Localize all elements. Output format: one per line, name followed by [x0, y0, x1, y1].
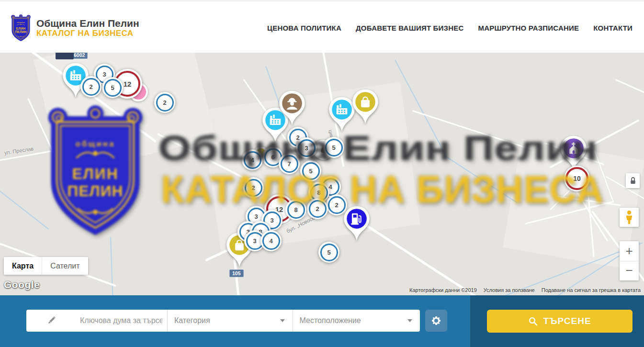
marker-cluster[interactable]: 5: [102, 77, 123, 98]
search-button-label: ТЪРСЕНЕ: [543, 316, 591, 326]
zoom-in-button[interactable]: +: [620, 241, 639, 261]
cluster-count: 3: [298, 139, 316, 157]
marker-cluster[interactable]: 3: [296, 137, 317, 158]
search-button[interactable]: ТЪРСЕНЕ: [487, 310, 633, 333]
marker-cluster[interactable]: 2: [326, 194, 347, 215]
page: Община Елин Пелин КАТАЛОГ НА БИЗНЕСА ЦЕН…: [0, 0, 644, 347]
lock-icon: [629, 177, 637, 185]
cluster-count: 2: [82, 78, 100, 96]
location-select[interactable]: Местоположение: [293, 310, 420, 332]
marker-cluster[interactable]: 2: [80, 76, 102, 97]
cluster-count: 4: [262, 232, 280, 250]
cluster-count: 7: [281, 155, 298, 173]
brand-text: Община Елин Пелин КАТАЛОГ НА БИЗНЕСА: [36, 18, 139, 38]
category-pin-bag[interactable]: [350, 89, 380, 127]
header: Община Елин Пелин КАТАЛОГ НА БИЗНЕСА ЦЕН…: [0, 0, 644, 54]
marker-cluster[interactable]: 8: [285, 199, 306, 220]
brand[interactable]: Община Елин Пелин КАТАЛОГ НА БИЗНЕСА: [10, 13, 139, 43]
nav-add-business[interactable]: ДОБАВЕТЕ ВАШИЯТ БИЗНЕС: [356, 24, 463, 32]
search-fields: Категория Местоположение: [26, 310, 420, 332]
search-panel: ТЪРСЕНЕ: [470, 295, 644, 347]
marker-cluster[interactable]: 5: [323, 137, 344, 158]
map-type-control: Карта Сателит: [4, 257, 88, 275]
cluster-count: 2: [328, 196, 346, 214]
marker-cluster[interactable]: 2: [154, 92, 175, 113]
zoom-out-button[interactable]: −: [620, 261, 639, 281]
cluster-count: 5: [302, 162, 320, 180]
cluster-count: 2: [245, 179, 262, 197]
location-select-label: Местоположение: [300, 316, 361, 325]
nav-contacts[interactable]: КОНТАКТИ: [593, 24, 633, 32]
category-select[interactable]: Категория: [167, 310, 293, 332]
cluster-count: 8: [287, 201, 305, 219]
road-badge: 105: [229, 269, 244, 277]
cluster-count: 2: [156, 94, 174, 112]
chevron-down-icon: [280, 319, 285, 322]
marker-cluster[interactable]: 4: [242, 149, 263, 170]
zoom-control: + −: [620, 241, 639, 280]
brand-title: Община Елин Пелин: [36, 18, 139, 29]
scroll-lock-button[interactable]: [626, 173, 640, 188]
google-logo[interactable]: Google: [4, 279, 40, 291]
marker-cluster[interactable]: 5: [318, 242, 339, 263]
map-features: ул. Преславбул. „Новоселции6002105123522…: [0, 53, 644, 295]
map-canvas[interactable]: ул. Преславбул. „Новоселции6002105123522…: [0, 53, 644, 295]
keyword-field[interactable]: [26, 310, 167, 332]
category-select-label: Категория: [174, 316, 210, 325]
marker-cluster[interactable]: 4: [260, 230, 282, 251]
municipality-logo-icon: [10, 13, 32, 43]
stream-line: [110, 237, 113, 295]
search-icon: [528, 316, 538, 326]
cluster-count: 2: [309, 200, 327, 218]
road-badge: [56, 53, 74, 59]
cluster-count: 5: [320, 244, 338, 261]
marker-cluster[interactable]: 2: [243, 177, 264, 198]
main-nav: ЦЕНОВА ПОЛИТИКА ДОБАВЕТЕ ВАШИЯТ БИЗНЕС М…: [267, 24, 633, 32]
advanced-search-button[interactable]: [425, 310, 447, 332]
marker-cluster[interactable]: 5: [300, 160, 321, 181]
road-line: [615, 79, 644, 108]
cluster-count: 5: [104, 79, 122, 97]
cluster-count: 4: [244, 151, 261, 169]
map-attribution: Картографски данни ©2019 Условия за полз…: [409, 287, 641, 293]
cluster-count: 5: [325, 139, 343, 157]
map-type-map-button[interactable]: Карта: [4, 257, 42, 275]
street-view-pegman-button[interactable]: [620, 208, 639, 227]
cluster-count: 10: [565, 167, 588, 190]
brand-subtitle: КАТАЛОГ НА БИЗНЕСА: [36, 29, 139, 38]
nav-pricing[interactable]: ЦЕНОВА ПОЛИТИКА: [267, 24, 341, 32]
category-pin-fuel[interactable]: [342, 205, 372, 244]
chevron-down-icon: [407, 319, 412, 322]
search-bar: Категория Местоположение ТЪРСЕНЕ: [0, 295, 644, 347]
category-pin-worker[interactable]: [277, 90, 307, 128]
attribution-report-error-link[interactable]: Подаване на сигнал за грешка в картата: [542, 287, 641, 293]
map-type-satellite-button[interactable]: Сателит: [42, 257, 88, 275]
marker-cluster[interactable]: 2: [307, 198, 328, 219]
road-line: [412, 110, 531, 150]
pencil-icon: [46, 315, 56, 325]
nav-route-schedule[interactable]: МАРШРУТНО РАЗПИСАНИЕ: [478, 24, 579, 32]
attribution-copyright: Картографски данни ©2019: [409, 287, 477, 293]
stream-line: [445, 156, 518, 203]
pegman-icon: [624, 210, 634, 224]
stream-line: [0, 188, 49, 230]
attribution-terms-link[interactable]: Условия за ползване: [484, 287, 535, 293]
marker-cluster[interactable]: 7: [279, 153, 300, 174]
gear-icon: [430, 315, 442, 326]
marker-cluster[interactable]: 10: [564, 166, 590, 191]
